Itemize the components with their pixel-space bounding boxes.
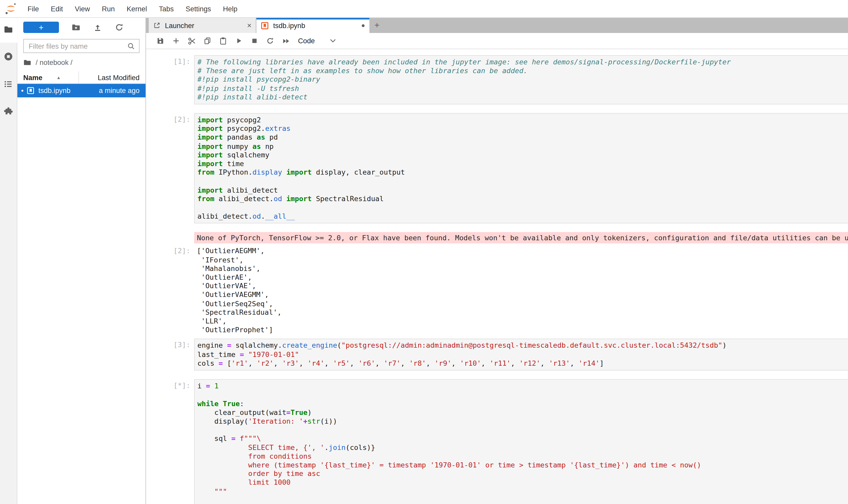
menu-bar-items: FileEditViewRunKernelTabsSettingsHelp [22, 5, 243, 13]
menu-file[interactable]: File [22, 5, 45, 13]
interrupt-kernel-button[interactable] [247, 34, 263, 47]
file-listing: • tsdb.ipynba minute ago [17, 84, 145, 97]
code-cell: [*]:i = 1 while True: clear_output(wait=… [146, 379, 848, 504]
tab-label: Launcher [165, 21, 194, 30]
copy-cells-button[interactable] [200, 34, 215, 47]
cell-prompt [146, 232, 194, 244]
file-browser-icon[interactable] [4, 25, 13, 34]
restart-run-all-button[interactable] [278, 34, 294, 47]
notebook: [1]:# The following libraries have alrea… [146, 49, 848, 504]
upload-icon[interactable] [93, 23, 102, 32]
chevron-down-icon [330, 39, 336, 43]
breadcrumb-path: / notebook / [36, 58, 73, 67]
new-tab-button[interactable]: + [369, 18, 385, 33]
paste-cells-button[interactable] [215, 34, 231, 47]
cell-prompt: [*]: [146, 379, 194, 504]
warning-banner: None of PyTorch, TensorFlow >= 2.0, or F… [194, 232, 848, 244]
save-button[interactable] [152, 34, 168, 47]
restart-kernel-button[interactable] [263, 34, 278, 47]
restart-icon [266, 37, 274, 45]
table-of-contents-icon[interactable] [4, 79, 13, 89]
refresh-icon[interactable] [114, 23, 124, 32]
tab-launcher[interactable]: Launcher × [149, 18, 256, 33]
tab-label: tsdb.ipynb [273, 21, 305, 30]
jupyter-logo-icon [4, 2, 17, 15]
notebook-file-icon [26, 87, 35, 95]
menu-edit[interactable]: Edit [45, 5, 69, 13]
paste-icon [219, 37, 228, 45]
save-icon [156, 37, 165, 45]
unsaved-changes-icon: ● [361, 22, 365, 29]
column-header-name[interactable]: Name ▲ [17, 73, 78, 82]
file-browser-toolbar: + [17, 18, 145, 33]
file-dirty-indicator: • [21, 87, 26, 94]
running-sessions-icon[interactable] [4, 52, 13, 61]
menu-kernel[interactable]: Kernel [121, 5, 153, 13]
filter-files-box [23, 39, 140, 53]
cell-editor[interactable]: import psycopg2import psycopg2.extrasimp… [194, 113, 848, 223]
plus-icon: + [39, 23, 43, 32]
copy-icon [203, 37, 212, 45]
cell-prompt: [2]: [146, 113, 194, 223]
output-text: ['OutlierAEGMM', 'IForest', 'Mahalanobis… [194, 245, 848, 335]
code-cell: [1]:# The following libraries have alrea… [146, 55, 848, 104]
extensions-icon[interactable] [4, 107, 13, 116]
menu-view[interactable]: View [69, 5, 96, 13]
new-launcher-button[interactable]: + [23, 22, 59, 33]
add-icon [172, 37, 180, 45]
menu-bar: FileEditViewRunKernelTabsSettingsHelp [0, 0, 848, 18]
sort-ascending-icon: ▲ [56, 75, 61, 80]
activity-bar [0, 18, 17, 504]
dock-tab-bar: Launcher × tsdb.ipynb ● + [146, 18, 848, 33]
jupyterlab-window: FileEditViewRunKernelTabsSettingsHelp [0, 0, 848, 504]
menu-tabs[interactable]: Tabs [153, 5, 180, 13]
home-folder-icon [23, 58, 32, 67]
file-listing-header: Name ▲ Last Modified [17, 71, 145, 84]
run-cell-button[interactable] [231, 34, 247, 47]
code-cell: [3]:engine = sqlalchemy.create_engine("p… [146, 339, 848, 371]
file-row[interactable]: • tsdb.ipynba minute ago [17, 84, 145, 97]
stderr-output: None of PyTorch, TensorFlow >= 2.0, or F… [146, 232, 848, 244]
cell-prompt: [3]: [146, 339, 194, 371]
file-name: tsdb.ipynb [38, 87, 70, 95]
add-cell-button[interactable] [168, 34, 184, 47]
cell-output: [2]:['OutlierAEGMM', 'IForest', 'Mahalan… [146, 245, 848, 335]
breadcrumb[interactable]: / notebook / [23, 58, 140, 67]
column-header-last-modified[interactable]: Last Modified [78, 71, 145, 83]
menu-run[interactable]: Run [96, 5, 121, 13]
cut-icon [187, 37, 196, 45]
new-folder-icon[interactable] [71, 23, 80, 32]
stop-icon [250, 37, 258, 45]
menu-settings[interactable]: Settings [180, 5, 217, 13]
notebook-tab-icon [260, 21, 269, 30]
run-icon [235, 37, 243, 45]
notebook-toolbar: Code [146, 33, 848, 49]
cell-editor[interactable]: i = 1 while True: clear_output(wait=True… [194, 379, 848, 504]
launcher-icon [153, 22, 160, 29]
cell-prompt: [1]: [146, 55, 194, 104]
plus-icon: + [375, 21, 380, 30]
filter-files-input[interactable] [28, 41, 127, 51]
main-dock-panel: Launcher × tsdb.ipynb ● + [146, 18, 848, 504]
cell-prompt: [2]: [146, 245, 194, 335]
fast-forward-icon [282, 37, 290, 45]
file-browser-panel: + [17, 18, 146, 504]
close-icon[interactable]: × [247, 21, 251, 30]
code-cell: [2]:import psycopg2import psycopg2.extra… [146, 113, 848, 223]
file-last-modified: a minute ago [71, 87, 145, 95]
menu-help[interactable]: Help [217, 5, 243, 13]
cut-cells-button[interactable] [184, 34, 200, 47]
cell-type-value: Code [298, 37, 315, 45]
cell-editor[interactable]: # The following libraries have already b… [194, 55, 848, 104]
cell-type-dropdown[interactable]: Code [298, 37, 336, 45]
tab-notebook[interactable]: tsdb.ipynb ● [256, 18, 369, 33]
search-icon [127, 42, 136, 50]
cell-editor[interactable]: engine = sqlalchemy.create_engine("postg… [194, 339, 848, 371]
